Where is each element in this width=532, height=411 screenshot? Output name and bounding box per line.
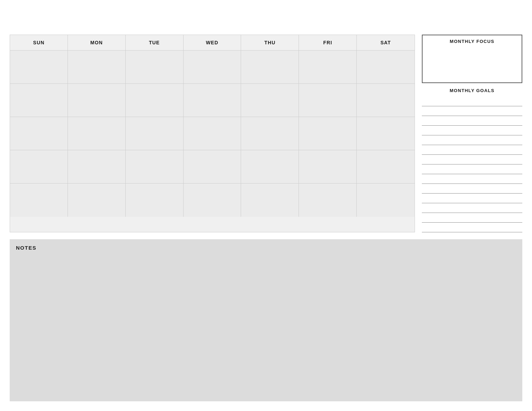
monthly-goals-section: MONTHLY GOALS — [422, 88, 522, 232]
calendar-header: SUN MON TUE WED THU FRI SAT — [10, 35, 415, 51]
goal-line[interactable] — [422, 145, 522, 155]
goal-line[interactable] — [422, 223, 522, 232]
calendar-cell[interactable] — [184, 84, 241, 117]
calendar-cell[interactable] — [357, 150, 415, 184]
calendar-cell[interactable] — [126, 84, 184, 117]
calendar-cell[interactable] — [10, 51, 68, 84]
calendar-cell[interactable] — [10, 150, 68, 184]
day-header-sun: SUN — [10, 35, 68, 50]
calendar-cell[interactable] — [68, 117, 126, 150]
day-header-tue: TUE — [126, 35, 184, 50]
goal-line[interactable] — [422, 164, 522, 174]
goal-line[interactable] — [422, 194, 522, 203]
goal-line[interactable] — [422, 174, 522, 184]
goal-line[interactable] — [422, 155, 522, 164]
goal-line[interactable] — [422, 106, 522, 116]
calendar-cell[interactable] — [299, 84, 357, 117]
calendar: SUN MON TUE WED THU FRI SAT — [10, 35, 415, 232]
calendar-cell[interactable] — [184, 51, 241, 84]
calendar-cell[interactable] — [126, 51, 184, 84]
day-header-fri: FRI — [299, 35, 357, 50]
calendar-cell[interactable] — [184, 184, 241, 217]
goal-line[interactable] — [422, 126, 522, 135]
day-header-sat: SAT — [357, 35, 415, 50]
calendar-cell[interactable] — [357, 184, 415, 217]
calendar-cell[interactable] — [357, 117, 415, 150]
page-container: SUN MON TUE WED THU FRI SAT — [0, 0, 532, 411]
day-header-thu: THU — [241, 35, 299, 50]
calendar-cell[interactable] — [184, 117, 241, 150]
calendar-cell[interactable] — [299, 184, 357, 217]
calendar-cell[interactable] — [68, 150, 126, 184]
calendar-cell[interactable] — [299, 51, 357, 84]
calendar-cell[interactable] — [10, 84, 68, 117]
goal-line[interactable] — [422, 203, 522, 213]
calendar-body — [10, 51, 415, 217]
calendar-cell[interactable] — [357, 51, 415, 84]
calendar-cell[interactable] — [126, 184, 184, 217]
notes-title: NOTES — [16, 245, 516, 251]
calendar-cell[interactable] — [241, 84, 299, 117]
right-panel: MONTHLY FOCUS MONTHLY GOALS — [422, 35, 522, 232]
calendar-cell[interactable] — [184, 150, 241, 184]
calendar-cell[interactable] — [241, 184, 299, 217]
calendar-cell[interactable] — [241, 150, 299, 184]
goal-line[interactable] — [422, 213, 522, 223]
calendar-cell[interactable] — [241, 51, 299, 84]
day-header-wed: WED — [184, 35, 241, 50]
calendar-cell[interactable] — [357, 84, 415, 117]
calendar-cell[interactable] — [68, 51, 126, 84]
goal-line[interactable] — [422, 116, 522, 126]
calendar-cell[interactable] — [10, 117, 68, 150]
day-header-mon: MON — [68, 35, 126, 50]
monthly-focus-title: MONTHLY FOCUS — [426, 39, 518, 44]
calendar-cell[interactable] — [68, 84, 126, 117]
monthly-goals-title: MONTHLY GOALS — [422, 88, 522, 93]
goal-line[interactable] — [422, 97, 522, 106]
goal-line[interactable] — [422, 184, 522, 194]
calendar-cell[interactable] — [10, 184, 68, 217]
goal-line[interactable] — [422, 135, 522, 145]
calendar-cell[interactable] — [299, 117, 357, 150]
goals-lines — [422, 97, 522, 232]
calendar-cell[interactable] — [241, 117, 299, 150]
calendar-cell[interactable] — [299, 150, 357, 184]
calendar-cell[interactable] — [68, 184, 126, 217]
notes-section[interactable]: NOTES — [10, 239, 522, 401]
calendar-cell[interactable] — [126, 150, 184, 184]
top-section: SUN MON TUE WED THU FRI SAT — [10, 35, 522, 232]
calendar-cell[interactable] — [126, 117, 184, 150]
monthly-focus-box[interactable]: MONTHLY FOCUS — [422, 35, 522, 83]
